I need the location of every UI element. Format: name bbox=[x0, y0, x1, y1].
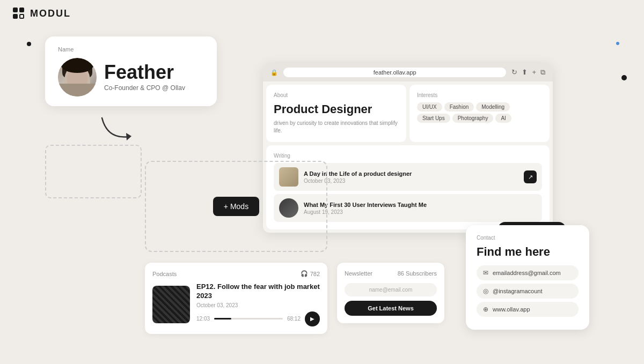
progress-bar[interactable] bbox=[214, 318, 283, 320]
instagram-value: @instagramacount bbox=[493, 288, 543, 294]
email-value: emailaddress@gmail.com bbox=[493, 270, 561, 276]
tag-photography: Photography bbox=[452, 114, 494, 123]
name-card-label: Name bbox=[58, 46, 204, 53]
app-title: MODUL bbox=[30, 8, 71, 19]
contact-title: Find me here bbox=[477, 245, 579, 259]
newsletter-label: Newsletter bbox=[345, 270, 372, 277]
decorative-dot-1 bbox=[27, 42, 31, 46]
tags-row-2: Start Ups Photography AI bbox=[417, 114, 542, 123]
add-tab-icon[interactable]: + bbox=[532, 68, 536, 77]
contact-email[interactable]: ✉ emailaddress@gmail.com bbox=[477, 265, 579, 280]
article-date-1: October 03, 2023 bbox=[304, 178, 518, 184]
subscribe-button[interactable]: Get Latest News bbox=[345, 301, 437, 316]
about-widget: About Product Designer driven by curiosi… bbox=[266, 85, 406, 142]
email-icon: ✉ bbox=[483, 269, 488, 277]
tabs-icon[interactable]: ⧉ bbox=[540, 68, 545, 77]
newsletter-card: Newsletter 86 Subscribers name@email.com… bbox=[337, 263, 444, 323]
name-card: Name Feather Co-Founder & CPO @ Ollav bbox=[45, 36, 217, 106]
browser-url[interactable]: feather.ollav.app bbox=[283, 68, 506, 77]
contact-card: Contact Find me here ✉ emailaddress@gmai… bbox=[466, 225, 589, 330]
browser-controls: ↻ ⬆ + ⧉ bbox=[511, 68, 545, 77]
article-title-1: A Day in the Life of a product designer bbox=[304, 170, 518, 177]
job-title: Product Designer bbox=[274, 102, 399, 116]
person-subtitle: Co-Founder & CPO @ Ollav bbox=[104, 84, 204, 92]
podcast-label: Podcasts bbox=[152, 271, 177, 277]
podcast-title: EP12. Follow the fear with job market 20… bbox=[196, 283, 320, 301]
svg-marker-0 bbox=[126, 133, 131, 140]
mods-drop-zone: + Mods bbox=[145, 161, 327, 252]
article-title-2: What My First 30 User Interviews Taught … bbox=[304, 202, 537, 208]
contact-instagram[interactable]: ◎ @instagramacount bbox=[477, 284, 579, 299]
email-field[interactable]: name@email.com bbox=[345, 283, 437, 296]
headphone-icon: 🎧 bbox=[301, 270, 308, 277]
contact-website[interactable]: ⊕ www.ollav.app bbox=[477, 302, 579, 317]
dashed-box-left bbox=[45, 145, 142, 198]
article-link-1[interactable]: ↗ bbox=[524, 170, 537, 183]
current-time: 12:03 bbox=[196, 316, 210, 322]
subscriber-count: 86 Subscribers bbox=[398, 270, 437, 277]
contact-label: Contact bbox=[477, 235, 579, 241]
job-desc: driven by curiosity to create innovation… bbox=[274, 120, 399, 135]
instagram-icon: ◎ bbox=[483, 287, 488, 295]
play-button[interactable]: ▶ bbox=[305, 311, 320, 326]
tag-modelling: Modelling bbox=[476, 102, 510, 112]
tag-fashion: Fashion bbox=[444, 102, 474, 112]
interests-widget: Interests UI/UX Fashion Modelling Start … bbox=[409, 85, 550, 142]
lock-icon: 🔒 bbox=[270, 69, 278, 76]
logo-icon bbox=[13, 8, 25, 19]
podcast-artwork bbox=[152, 286, 190, 323]
person-name: Feather bbox=[104, 63, 204, 82]
tag-ai: AI bbox=[495, 114, 511, 123]
refresh-icon[interactable]: ↻ bbox=[511, 68, 517, 77]
decorative-dot-3 bbox=[621, 75, 627, 80]
tags-container: UI/UX Fashion Modelling bbox=[417, 102, 542, 112]
share-icon[interactable]: ⬆ bbox=[522, 68, 528, 77]
mods-button[interactable]: + Mods bbox=[213, 197, 259, 216]
article-date-2: August 19, 2023 bbox=[304, 209, 537, 215]
avatar bbox=[58, 58, 97, 96]
podcast-card: Podcasts 🎧 782 EP12. Follow the fear wit… bbox=[145, 263, 327, 334]
globe-icon: ⊕ bbox=[483, 306, 488, 313]
website-value: www.ollav.app bbox=[493, 306, 530, 313]
total-time: 68:12 bbox=[287, 316, 301, 322]
arrow-decoration bbox=[97, 113, 140, 148]
interests-label: Interests bbox=[417, 92, 542, 98]
browser-bar: 🔒 feather.ollav.app ↻ ⬆ + ⧉ bbox=[263, 63, 553, 81]
top-nav: MODUL bbox=[0, 0, 644, 27]
podcast-date: October 03, 2023 bbox=[196, 302, 320, 308]
writing-label: Writing bbox=[274, 153, 542, 159]
podcast-count: 🎧 782 bbox=[301, 270, 320, 277]
about-label: About bbox=[274, 92, 399, 98]
tag-uiux: UI/UX bbox=[417, 102, 442, 112]
decorative-dot-2 bbox=[616, 42, 619, 45]
tag-startups: Start Ups bbox=[417, 114, 450, 123]
